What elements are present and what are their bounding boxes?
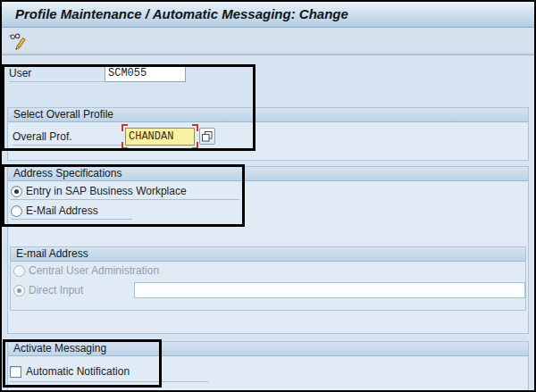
direct-input-field [134, 282, 525, 298]
user-input[interactable] [105, 64, 186, 82]
radio-direct-input [13, 285, 25, 296]
group-address-specifications-title: Address Specifications [8, 167, 528, 181]
radio-email-address[interactable] [11, 205, 22, 217]
group-email-address: E-mail Address [10, 246, 526, 311]
row-separator [11, 219, 132, 220]
sap-window: Profile Maintenance / Automatic Messagin… [0, 0, 536, 392]
application-toolbar [2, 28, 534, 55]
page-title: Profile Maintenance / Automatic Messagin… [2, 2, 534, 28]
group-select-overall-profile-title: Select Overall Profile [8, 108, 528, 122]
value-help-button[interactable] [199, 128, 215, 145]
group-email-address-title: E-mail Address [11, 247, 525, 262]
overall-profile-label: Overall Prof. [13, 129, 123, 146]
automatic-notification-label: Automatic Notification [26, 365, 130, 379]
group-activate-messaging-title: Activate Messaging [8, 342, 528, 356]
radio-entry-in-sap-business-workplace[interactable] [11, 186, 22, 197]
user-label: User [9, 65, 105, 82]
display-change-icon[interactable] [9, 32, 27, 50]
matchcode-icon [202, 131, 213, 142]
row-separator [11, 199, 239, 200]
radio-central-user-administration-label: Central User Administration [29, 264, 159, 278]
radio-email-address-label: E-Mail Address [26, 204, 98, 218]
row-separator [10, 381, 208, 382]
automatic-notification-checkbox[interactable] [10, 366, 21, 378]
radio-direct-input-label: Direct Input [29, 284, 83, 297]
radio-entry-in-sap-business-workplace-label: Entry in SAP Business Workplace [26, 185, 187, 198]
overall-profile-input[interactable] [125, 128, 195, 146]
radio-central-user-administration [13, 265, 25, 277]
